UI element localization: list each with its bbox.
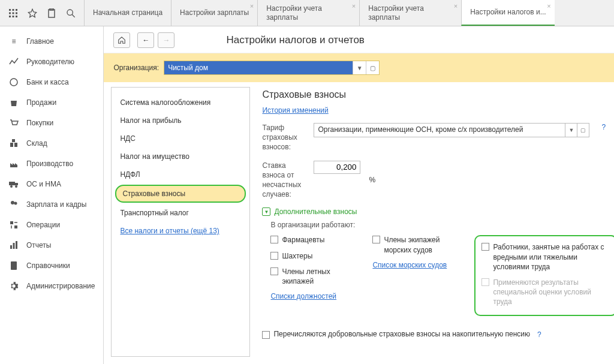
cat-property-tax[interactable]: Налог на имущество — [112, 148, 249, 166]
sidebar-item-label: Банк и касса — [26, 78, 69, 86]
svg-rect-23 — [10, 221, 13, 224]
sidebar-item-assets[interactable]: ОС и НМА — [0, 174, 103, 194]
sidebar-item-label: Склад — [26, 139, 47, 148]
help-icon[interactable]: ? — [601, 123, 606, 131]
bars-icon — [8, 240, 19, 251]
svg-rect-2 — [16, 9, 17, 11]
help-icon[interactable]: ? — [537, 330, 541, 339]
checkbox[interactable] — [372, 236, 380, 243]
sidebar-item-manager[interactable]: Руководителю — [0, 52, 103, 72]
sidebar-item-bank[interactable]: Банк и касса — [0, 72, 103, 92]
sidebar-item-hr[interactable]: Зарплата и кадры — [0, 194, 103, 215]
details-panel: Страховые взносы История изменений Тариф… — [250, 82, 614, 364]
close-icon[interactable]: × — [250, 2, 254, 10]
check-label: Работники, занятые на работах с вредными… — [493, 242, 610, 272]
sidebar-item-admin[interactable]: Администрирование — [0, 276, 103, 296]
tab-home[interactable]: Начальная страница — [84, 0, 171, 26]
svg-rect-28 — [11, 261, 17, 270]
sidebar-item-label: Покупки — [26, 119, 53, 127]
rate-row: Ставка взноса от несчастных случаев: % — [262, 161, 614, 200]
tariff-row: Тариф страховых взносов: Организации, пр… — [262, 123, 614, 152]
clipboard-icon[interactable] — [47, 8, 56, 18]
org-input[interactable] — [164, 61, 353, 74]
rate-label: Ставка взноса от несчастных случаев: — [262, 161, 305, 200]
close-icon[interactable]: × — [454, 2, 458, 10]
checkbox[interactable] — [270, 252, 278, 260]
cat-transport-tax[interactable]: Транспортный налог — [112, 204, 249, 222]
check-flight-crew[interactable]: Члены летных экипажей — [270, 267, 360, 286]
tab-payroll-accounting-1[interactable]: Настройки учета зарплаты× — [257, 0, 359, 26]
tab-tax-settings[interactable]: Настройки налогов и...× — [461, 0, 555, 26]
close-icon[interactable]: × — [352, 2, 356, 10]
apps-icon[interactable] — [8, 8, 18, 18]
home-button[interactable] — [113, 32, 130, 48]
lower: Система налогообложения Налог на прибыль… — [104, 82, 614, 364]
check-pharma[interactable]: Фармацевты — [270, 235, 360, 245]
voluntary-row[interactable]: Перечисляются добровольные страховые взн… — [262, 329, 614, 339]
sidebar-item-reports[interactable]: Отчеты — [0, 235, 103, 255]
open-ref-button[interactable]: ▢ — [366, 61, 379, 74]
svg-point-21 — [11, 201, 14, 204]
checkbox[interactable] — [270, 267, 278, 275]
sidebar-item-purchases[interactable]: Покупки — [0, 113, 103, 133]
cat-ndfl[interactable]: НДФЛ — [112, 166, 249, 183]
svg-rect-9 — [49, 10, 55, 17]
tariff-select[interactable]: Организации, применяющие ОСН, кроме с/х … — [314, 123, 589, 137]
ops-icon — [8, 219, 19, 230]
tab-label: Настройки налогов и... — [470, 8, 546, 16]
check-harmful[interactable]: Работники, занятые на работах с вредными… — [481, 242, 610, 272]
bag-icon — [8, 97, 19, 108]
history-link[interactable]: История изменений — [262, 106, 614, 115]
svg-rect-25 — [10, 245, 12, 249]
check-sea-crew[interactable]: Члены экипажей морских судов — [372, 235, 462, 254]
sea-list-link[interactable]: Список морских судов — [372, 261, 462, 269]
top-bar: Начальная страница Настройки зарплаты× Н… — [0, 0, 614, 26]
tab-label: Настройки учета зарплаты — [266, 4, 351, 22]
dropdown-button[interactable]: ▼ — [565, 124, 577, 137]
additional-body: В организации работают: Фармацевты Шахте… — [262, 216, 614, 321]
book-icon — [8, 260, 19, 271]
check-label: Применяются результаты специальной оценк… — [493, 278, 610, 307]
sidebar-item-warehouse[interactable]: Склад — [0, 133, 103, 154]
cat-insurance[interactable]: Страховые взносы — [115, 185, 246, 203]
checkbox[interactable] — [270, 236, 278, 243]
tab-payroll-accounting-2[interactable]: Настройки учета зарплаты× — [359, 0, 461, 26]
checkbox[interactable] — [262, 331, 270, 339]
forward-button[interactable]: → — [158, 32, 174, 48]
star-icon[interactable] — [28, 8, 37, 18]
open-ref-button[interactable]: ▢ — [577, 124, 589, 137]
additional-toggle[interactable]: ▼ Дополнительные взносы — [262, 207, 614, 216]
sidebar: ≡Главное Руководителю Банк и касса Прода… — [0, 26, 104, 364]
sidebar-item-operations[interactable]: Операции — [0, 215, 103, 235]
dropdown-button[interactable]: ▼ — [353, 61, 366, 74]
sidebar-item-sales[interactable]: Продажи — [0, 92, 103, 113]
tab-payroll-settings[interactable]: Настройки зарплаты× — [171, 0, 257, 26]
svg-rect-4 — [13, 12, 14, 14]
cat-tax-system[interactable]: Система налогообложения — [112, 94, 249, 112]
sidebar-item-catalogs[interactable]: Справочники — [0, 255, 103, 276]
back-button[interactable]: ← — [137, 32, 154, 48]
sidebar-item-label: ОС и НМА — [26, 180, 61, 188]
check-spec-eval: Применяются результаты специальной оценк… — [481, 278, 610, 307]
check-col-1: Фармацевты Шахтеры Члены летных экипажей… — [270, 235, 360, 316]
people-icon — [8, 199, 19, 210]
cart-icon — [8, 118, 19, 128]
checkbox[interactable] — [481, 243, 489, 251]
additional-title: Дополнительные взносы — [274, 207, 357, 216]
cat-vat[interactable]: НДС — [112, 130, 249, 148]
org-label: Организация: — [113, 64, 159, 72]
rate-input[interactable] — [314, 161, 360, 174]
cat-profit-tax[interactable]: Налог на прибыль — [112, 112, 249, 130]
menu-icon: ≡ — [8, 36, 19, 47]
search-icon[interactable] — [66, 8, 76, 18]
sidebar-item-production[interactable]: Производство — [0, 154, 103, 174]
close-icon[interactable]: × — [547, 2, 550, 10]
check-miners[interactable]: Шахтеры — [270, 251, 360, 261]
svg-rect-0 — [9, 9, 11, 11]
factory-icon — [8, 158, 19, 169]
positions-link[interactable]: Списки должностей — [270, 292, 360, 300]
rate-unit: % — [369, 176, 375, 184]
page-title: Настройки налогов и отчетов — [226, 34, 364, 46]
all-taxes-link[interactable]: Все налоги и отчеты (ещё 13) — [112, 222, 249, 240]
sidebar-item-main[interactable]: ≡Главное — [0, 31, 103, 52]
